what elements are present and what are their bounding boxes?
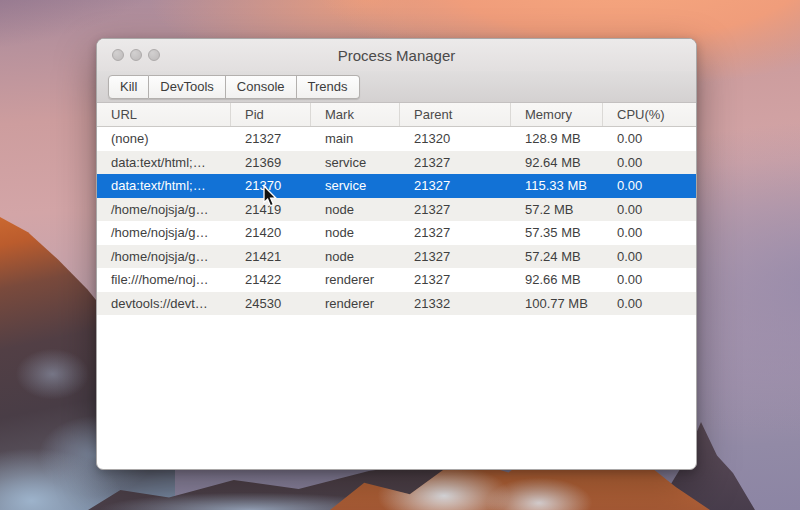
- table-row[interactable]: /home/nojsja/g…21419node2132757.2 MB0.00: [97, 198, 696, 222]
- table-cell: 0.00: [603, 292, 697, 316]
- column-header-memory[interactable]: Memory: [511, 103, 603, 126]
- table-cell: service: [311, 151, 400, 175]
- traffic-lights: [112, 49, 160, 61]
- table-cell: 92.64 MB: [511, 151, 603, 175]
- toolbar-button-trends[interactable]: Trends: [297, 75, 360, 99]
- table-body: (none)21327main21320128.9 MB0.00data:tex…: [97, 127, 696, 315]
- table-cell: 57.2 MB: [511, 198, 603, 222]
- table-cell: 21327: [400, 268, 511, 292]
- toolbar-button-devtools[interactable]: DevTools: [149, 75, 225, 99]
- table-cell: file:///home/noj…: [97, 268, 231, 292]
- table-cell: node: [311, 221, 400, 245]
- table-cell: 100.77 MB: [511, 292, 603, 316]
- table-cell: 0.00: [603, 198, 697, 222]
- table-cell: 21327: [231, 127, 311, 151]
- table-row[interactable]: (none)21327main21320128.9 MB0.00: [97, 127, 696, 151]
- table-cell: 21332: [400, 292, 511, 316]
- table-row[interactable]: /home/nojsja/g…21421node2132757.24 MB0.0…: [97, 245, 696, 269]
- table-cell: data:text/html;…: [97, 174, 231, 198]
- table-cell: 0.00: [603, 245, 697, 269]
- table-cell: 21327: [400, 221, 511, 245]
- table-cell: 21327: [400, 245, 511, 269]
- table-cell: 115.33 MB: [511, 174, 603, 198]
- table-cell: node: [311, 245, 400, 269]
- table-cell: 0.00: [603, 151, 697, 175]
- column-header-mark[interactable]: Mark: [311, 103, 400, 126]
- table-row[interactable]: data:text/html;…21369service2132792.64 M…: [97, 151, 696, 175]
- table-cell: 21422: [231, 268, 311, 292]
- toolbar-button-console[interactable]: Console: [226, 75, 297, 99]
- table-cell: 21327: [400, 198, 511, 222]
- table-row[interactable]: data:text/html;…21370service21327115.33 …: [97, 174, 696, 198]
- table-cell: 21420: [231, 221, 311, 245]
- table-cell: (none): [97, 127, 231, 151]
- table-cell: 21327: [400, 174, 511, 198]
- table-cell: devtools://devt…: [97, 292, 231, 316]
- process-manager-window: Process Manager KillDevToolsConsoleTrend…: [96, 38, 697, 470]
- window-title: Process Manager: [97, 47, 696, 64]
- table-cell: /home/nojsja/g…: [97, 221, 231, 245]
- table-cell: renderer: [311, 292, 400, 316]
- table-cell: 21370: [231, 174, 311, 198]
- table-cell: 57.35 MB: [511, 221, 603, 245]
- table-cell: 92.66 MB: [511, 268, 603, 292]
- table-cell: 0.00: [603, 221, 697, 245]
- minimize-button-icon[interactable]: [130, 49, 142, 61]
- maximize-button-icon[interactable]: [148, 49, 160, 61]
- table-cell: 21327: [400, 151, 511, 175]
- column-header-cpu[interactable]: CPU(%): [603, 103, 697, 126]
- table-row[interactable]: /home/nojsja/g…21420node2132757.35 MB0.0…: [97, 221, 696, 245]
- table-row[interactable]: file:///home/noj…21422renderer2132792.66…: [97, 268, 696, 292]
- toolbar-button-kill[interactable]: Kill: [108, 75, 149, 99]
- table-cell: data:text/html;…: [97, 151, 231, 175]
- table-cell: main: [311, 127, 400, 151]
- table-cell: 57.24 MB: [511, 245, 603, 269]
- column-header-pid[interactable]: Pid: [231, 103, 311, 126]
- window-titlebar[interactable]: Process Manager: [97, 39, 696, 71]
- table-cell: 128.9 MB: [511, 127, 603, 151]
- table-cell: /home/nojsja/g…: [97, 245, 231, 269]
- table-cell: 21419: [231, 198, 311, 222]
- table-cell: 0.00: [603, 127, 697, 151]
- table-cell: 21421: [231, 245, 311, 269]
- table-cell: 24530: [231, 292, 311, 316]
- table-cell: renderer: [311, 268, 400, 292]
- column-header-url[interactable]: URL: [97, 103, 231, 126]
- toolbar: KillDevToolsConsoleTrends: [97, 71, 696, 103]
- table-cell: 0.00: [603, 174, 697, 198]
- table-cell: 0.00: [603, 268, 697, 292]
- table-cell: /home/nojsja/g…: [97, 198, 231, 222]
- column-header-parent[interactable]: Parent: [400, 103, 511, 126]
- table-header: URLPidMarkParentMemoryCPU(%): [97, 103, 696, 127]
- table-row[interactable]: devtools://devt…24530renderer21332100.77…: [97, 292, 696, 316]
- table-cell: node: [311, 198, 400, 222]
- close-button-icon[interactable]: [112, 49, 124, 61]
- table-cell: service: [311, 174, 400, 198]
- toolbar-button-group: KillDevToolsConsoleTrends: [108, 75, 360, 99]
- table-cell: 21320: [400, 127, 511, 151]
- table-cell: 21369: [231, 151, 311, 175]
